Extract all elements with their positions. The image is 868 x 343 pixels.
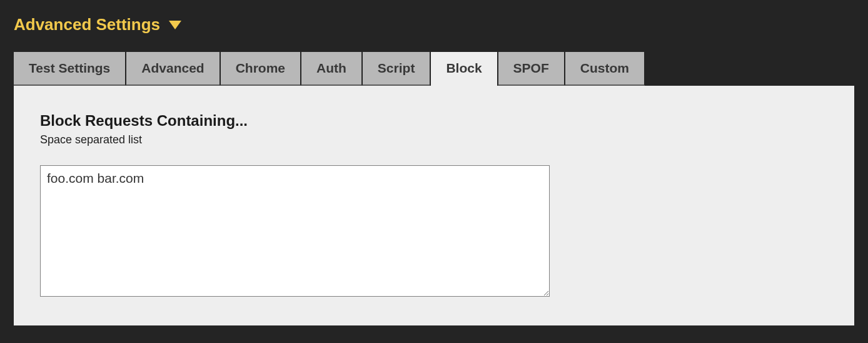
block-subtext: Space separated list [40, 133, 828, 146]
tab-script[interactable]: Script [362, 52, 431, 86]
advanced-settings-title: Advanced Settings [14, 15, 160, 34]
block-heading: Block Requests Containing... [40, 112, 828, 130]
tab-chrome[interactable]: Chrome [220, 52, 301, 86]
tab-spof[interactable]: SPOF [498, 52, 565, 86]
block-list-textarea[interactable] [40, 165, 550, 297]
tab-test-settings[interactable]: Test Settings [14, 52, 126, 86]
tab-auth[interactable]: Auth [301, 52, 362, 86]
chevron-down-icon [169, 21, 181, 29]
tab-custom[interactable]: Custom [565, 52, 645, 86]
tab-advanced[interactable]: Advanced [126, 52, 220, 86]
block-panel: Block Requests Containing... Space separ… [14, 86, 854, 325]
settings-tabs: Test Settings Advanced Chrome Auth Scrip… [14, 52, 854, 86]
advanced-settings-header[interactable]: Advanced Settings [14, 15, 854, 34]
tab-block[interactable]: Block [430, 52, 497, 86]
